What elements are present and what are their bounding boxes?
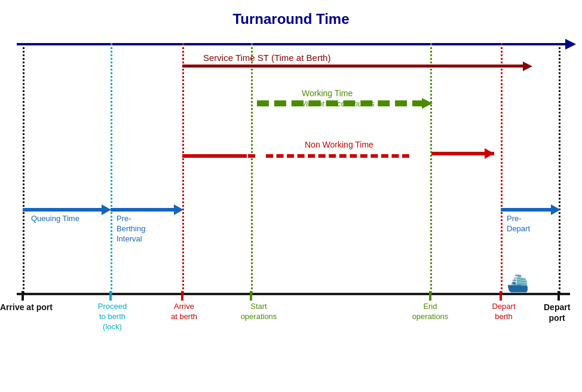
vline-start-operations	[251, 43, 253, 294]
working-time-arrowhead	[422, 98, 433, 109]
working-time-sublabel: Will not be continuous	[299, 99, 375, 108]
queuing-time-arrow	[23, 208, 111, 212]
pre-depart-arrow	[501, 208, 560, 212]
end-operations-label: Endoperations	[406, 302, 454, 322]
diagram-container: Turnaround Time Service Time ST (Time at…	[0, 0, 582, 392]
queuing-time-label: Queuing Time	[31, 214, 79, 223]
tick-depart-berth	[500, 291, 502, 301]
pre-berthing-arrow	[111, 208, 183, 212]
working-time-label: Working Time	[302, 88, 353, 98]
non-working-left	[182, 154, 247, 158]
tick-depart-port	[558, 291, 560, 301]
vline-arrive-berth	[182, 43, 184, 294]
proceed-berth-label: Proceedto berth(lock)	[88, 302, 136, 332]
tick-proceed-berth	[109, 291, 112, 301]
non-working-dash2	[266, 154, 409, 158]
tick-start-ops	[250, 291, 252, 301]
vline-end-operations	[430, 43, 432, 294]
service-time-arrow	[182, 65, 532, 68]
vline-depart-berth	[501, 43, 503, 294]
non-working-dash1	[248, 154, 255, 158]
non-working-right	[431, 152, 494, 155]
non-working-label: Non Working Time	[305, 140, 373, 149]
depart-berth-label: Departberth	[483, 302, 525, 322]
bottom-line	[17, 293, 570, 295]
vline-depart-port	[559, 43, 560, 294]
tick-end-ops	[429, 291, 431, 301]
tick-arrive-port	[22, 291, 24, 301]
tick-arrive-berth	[181, 291, 183, 301]
vline-proceed-berth	[111, 43, 112, 294]
arrive-berth-label: Arriveat berth	[160, 302, 208, 322]
main-axis	[17, 43, 570, 45]
diagram-title: Turnaround Time	[0, 11, 582, 27]
pre-berthing-label: Pre-BerthingInterval	[117, 214, 145, 244]
service-time-label: Service Time ST (Time at Berth)	[203, 53, 330, 63]
main-axis-arrow	[565, 39, 576, 50]
depart-port-label: Departport	[544, 302, 570, 323]
arrive-port-label: Arrive at port	[0, 302, 53, 313]
pre-depart-label: Pre-Depart	[507, 214, 530, 234]
start-operations-label: Startoperations	[235, 302, 283, 322]
vline-arrive-port	[23, 43, 24, 294]
ship-icon: ⛴️	[507, 274, 529, 292]
